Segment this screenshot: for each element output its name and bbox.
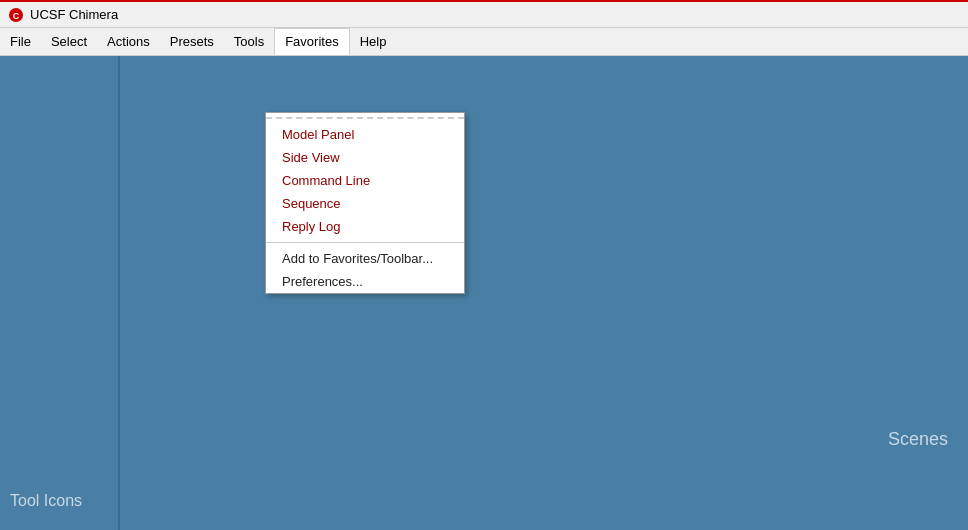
menu-item-add-to-favorites[interactable]: Add to Favorites/Toolbar...	[266, 247, 464, 270]
menu-separator	[266, 242, 464, 243]
menu-presets[interactable]: Presets	[160, 28, 224, 55]
menu-select[interactable]: Select	[41, 28, 97, 55]
menu-bar: File Select Actions Presets Tools Favori…	[0, 28, 968, 56]
menu-item-command-line[interactable]: Command Line	[266, 169, 464, 192]
left-panel: Tool Icons	[0, 56, 120, 530]
scenes-label: Scenes	[888, 429, 948, 450]
menu-file[interactable]: File	[0, 28, 41, 55]
menu-item-preferences[interactable]: Preferences...	[266, 270, 464, 293]
svg-text:C: C	[13, 11, 20, 21]
right-area: Scenes	[120, 56, 968, 530]
chimera-icon: C	[8, 7, 24, 23]
title-bar: C UCSF Chimera	[0, 0, 968, 28]
tool-icons-label: Tool Icons	[10, 492, 82, 510]
menu-favorites[interactable]: Favorites	[274, 28, 349, 55]
menu-actions[interactable]: Actions	[97, 28, 160, 55]
dashed-separator	[266, 117, 464, 119]
favorites-dropdown: Model Panel Side View Command Line Seque…	[265, 112, 465, 294]
menu-help[interactable]: Help	[350, 28, 397, 55]
main-content: Tool Icons Scenes Model Panel Side View …	[0, 56, 968, 530]
menu-tools[interactable]: Tools	[224, 28, 274, 55]
menu-item-side-view[interactable]: Side View	[266, 146, 464, 169]
menu-item-sequence[interactable]: Sequence	[266, 192, 464, 215]
menu-item-reply-log[interactable]: Reply Log	[266, 215, 464, 238]
title-bar-text: UCSF Chimera	[30, 7, 118, 22]
menu-item-model-panel[interactable]: Model Panel	[266, 123, 464, 146]
